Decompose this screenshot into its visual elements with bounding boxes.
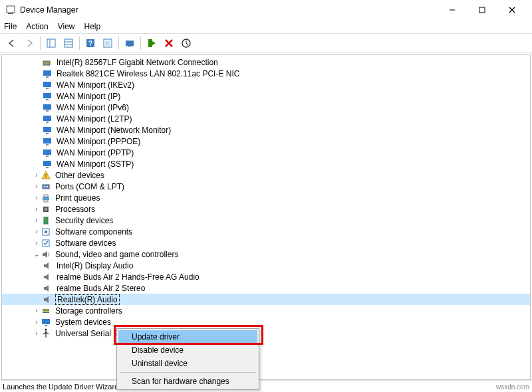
menu-help[interactable]: Help (84, 22, 101, 31)
monitor-icon (42, 91, 53, 102)
svg-rect-21 (43, 70, 51, 76)
warning-icon: ! (41, 170, 51, 181)
tree-item[interactable]: WAN Miniport (PPTP) (2, 147, 530, 158)
app-icon (5, 5, 16, 15)
svg-rect-14 (105, 41, 110, 46)
help-button[interactable]: ? (82, 35, 98, 51)
svg-text:!: ! (45, 173, 47, 179)
tree-item[interactable]: WAN Miniport (Network Monitor) (2, 124, 530, 136)
svg-point-41 (44, 186, 45, 187)
tree-category-processors[interactable]: ›Processors (2, 203, 530, 215)
svg-rect-25 (43, 93, 51, 98)
device-tree[interactable]: Intel(R) 82567LF Gigabit Network Connect… (1, 54, 531, 380)
tree-category-other[interactable]: ›!Other devices (2, 169, 530, 181)
tree-item[interactable]: Intel(R) Display Audio (2, 260, 530, 271)
cpu-icon (41, 204, 51, 215)
tree-item[interactable]: WAN Miniport (IP) (2, 90, 530, 102)
chevron-right-icon[interactable]: › (33, 318, 41, 326)
forward-button[interactable] (21, 35, 37, 51)
svg-rect-52 (43, 309, 49, 312)
tree-category-usb[interactable]: ›Universal Serial Bus controllers (2, 328, 530, 339)
tree-category-softdev[interactable]: ›Software devices (2, 237, 530, 248)
tree-category-printq[interactable]: ›Print queues (2, 192, 530, 203)
minimize-button[interactable] (437, 0, 467, 20)
tree-category-sound[interactable]: ⌄Sound, video and game controllers (2, 248, 530, 260)
svg-text:?: ? (88, 40, 92, 47)
tree-category-storage[interactable]: ›Storage controllers (2, 305, 530, 316)
action-button[interactable] (100, 35, 116, 51)
chevron-right-icon[interactable]: › (33, 194, 41, 201)
monitor-icon (42, 136, 53, 147)
watermark: wsxdn.com (496, 383, 529, 391)
chevron-right-icon[interactable]: › (33, 183, 41, 190)
monitor-icon (42, 80, 53, 90)
svg-rect-0 (7, 6, 15, 13)
maximize-button[interactable] (467, 0, 497, 20)
tree-category-security[interactable]: ›Security devices (2, 215, 530, 226)
chevron-right-icon[interactable]: › (33, 330, 41, 337)
scan-hardware-button[interactable] (122, 35, 138, 51)
svg-rect-8 (65, 39, 72, 47)
network-adapter-icon (42, 57, 53, 68)
menu-action[interactable]: Action (26, 22, 48, 31)
svg-rect-1 (8, 13, 13, 14)
chevron-right-icon[interactable]: › (33, 217, 41, 224)
svg-rect-27 (43, 104, 51, 110)
svg-point-56 (45, 328, 47, 330)
tree-category-ports[interactable]: ›Ports (COM & LPT) (2, 181, 530, 192)
tree-item[interactable]: WAN Miniport (SSTP) (2, 158, 530, 169)
svg-rect-19 (43, 61, 50, 65)
svg-rect-16 (128, 47, 132, 47)
chevron-right-icon[interactable]: › (33, 307, 41, 314)
toolbar-separator (79, 37, 80, 50)
software-icon (41, 238, 51, 248)
tree-item[interactable]: WAN Miniport (IPv6) (2, 102, 530, 113)
tree-item[interactable]: Intel(R) 82567LF Gigabit Network Connect… (2, 56, 530, 68)
svg-rect-45 (44, 200, 48, 202)
chevron-right-icon[interactable]: › (33, 239, 41, 246)
titlebar: Device Manager (0, 0, 532, 20)
update-driver-button[interactable] (144, 35, 160, 51)
context-disable-device[interactable]: Disable device (118, 343, 257, 357)
usb-icon (41, 328, 51, 339)
chevron-right-icon[interactable]: › (33, 228, 41, 235)
menu-file[interactable]: File (4, 22, 17, 31)
svg-rect-34 (46, 144, 49, 146)
window-title: Device Manager (20, 5, 78, 15)
tree-item[interactable]: WAN Miniport (PPPOE) (2, 136, 530, 147)
menu-view[interactable]: View (58, 22, 75, 31)
properties-button[interactable] (61, 35, 76, 51)
printer-icon (41, 193, 51, 203)
context-update-driver[interactable]: Update driver (118, 330, 257, 343)
tree-item[interactable]: realme Buds Air 2 Stereo (2, 282, 530, 294)
chevron-down-icon[interactable]: ⌄ (33, 250, 41, 258)
context-uninstall-device[interactable]: Uninstall device (118, 357, 257, 370)
svg-rect-53 (43, 312, 49, 313)
tree-item[interactable]: WAN Miniport (L2TP) (2, 113, 530, 124)
tree-category-components[interactable]: ›Software components (2, 226, 530, 237)
speaker-icon (42, 294, 53, 305)
svg-rect-35 (43, 149, 51, 155)
window-controls (437, 0, 527, 20)
tree-item-selected[interactable]: Realtek(R) Audio (2, 294, 530, 305)
chevron-right-icon[interactable]: › (33, 205, 41, 213)
svg-rect-20 (50, 62, 51, 64)
svg-rect-48 (44, 217, 48, 224)
tree-item[interactable]: Realtek 8821CE Wireless LAN 802.11ac PCI… (2, 68, 530, 79)
tree-item[interactable]: WAN Miniport (IKEv2) (2, 79, 530, 90)
svg-rect-15 (126, 41, 134, 46)
tree-item[interactable]: realme Buds Air 2 Hands-Free AG Audio (2, 271, 530, 282)
disable-button[interactable] (178, 35, 194, 51)
close-button[interactable] (497, 0, 527, 20)
chevron-right-icon[interactable]: › (33, 171, 41, 179)
svg-rect-31 (43, 127, 51, 132)
svg-rect-17 (148, 39, 152, 47)
show-hide-tree-button[interactable] (43, 35, 59, 51)
tree-category-system[interactable]: ›System devices (2, 316, 530, 328)
uninstall-button[interactable] (161, 35, 177, 51)
ports-icon (41, 181, 51, 192)
context-scan-hardware[interactable]: Scan for hardware changes (118, 375, 257, 388)
back-button[interactable] (4, 35, 20, 51)
monitor-icon (42, 114, 53, 124)
svg-rect-23 (43, 82, 51, 87)
